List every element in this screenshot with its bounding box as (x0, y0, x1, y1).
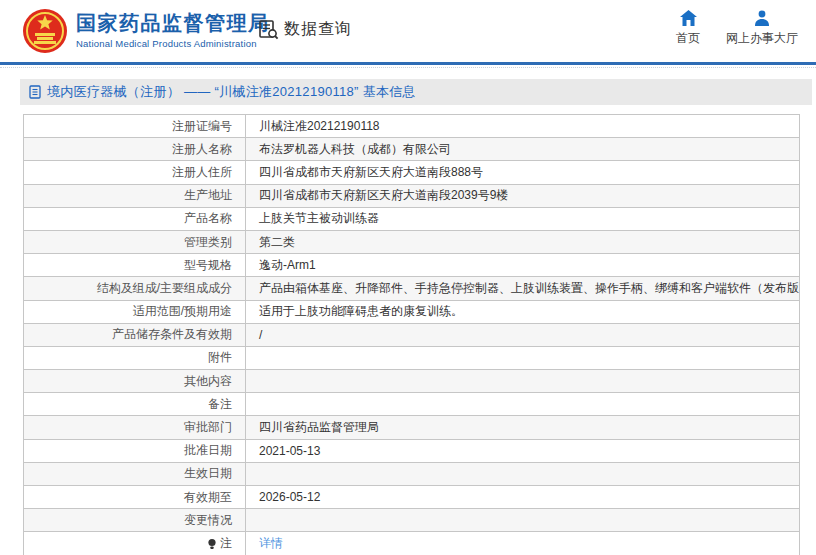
table-row: 注册证编号 川械注准20212190118 (24, 115, 799, 138)
row-value: 逸动-Arm1 (246, 254, 799, 276)
row-label: 有效期至 (24, 486, 246, 508)
row-value (246, 509, 799, 531)
nav-home[interactable]: 首页 (676, 10, 700, 47)
table-row: 变更情况 (24, 509, 799, 532)
data-query-nav[interactable]: 数据查询 (258, 19, 352, 40)
row-label-text: 注册证编号 (172, 118, 232, 135)
row-label: 注册人名称 (24, 138, 246, 160)
row-value (246, 463, 799, 485)
row-label: 其他内容 (24, 370, 246, 392)
table-row: 注册人名称 布法罗机器人科技（成都）有限公司 (24, 138, 799, 161)
row-value: 产品由箱体基座、升降部件、手持急停控制器、上肢训练装置、操作手柄、绑缚和客户端软… (246, 277, 799, 299)
table-row: 管理类别 第二类 (24, 231, 799, 254)
row-label-text: 注册人住所 (172, 164, 232, 181)
row-value: 四川省成都市天府新区天府大道南段2039号9楼 (246, 185, 799, 207)
row-label: 生效日期 (24, 463, 246, 485)
table-row: 注册人住所 四川省成都市天府新区天府大道南段888号 (24, 161, 799, 184)
row-label-text: 适用范围/预期用途 (133, 303, 232, 320)
home-icon (680, 10, 697, 26)
row-value: 川械注准20212190118 (246, 115, 799, 137)
details-link[interactable]: 详情 (259, 535, 283, 552)
row-value: 2021-05-13 (246, 440, 799, 462)
table-row: 产品储存条件及有效期 / (24, 324, 799, 347)
title-bar: 境内医疗器械（注册） —— “川械注准20212190118” 基本信息 (20, 79, 812, 105)
person-icon (754, 10, 770, 26)
row-label-text: 有效期至 (184, 489, 232, 506)
org-name: 国家药品监督管理局 (76, 10, 270, 36)
row-label: 变更情况 (24, 509, 246, 531)
row-label: 批准日期 (24, 440, 246, 462)
header-divider (0, 62, 816, 65)
row-label: 型号规格 (24, 254, 246, 276)
note-bulb-icon (207, 538, 217, 550)
row-label-text: 变更情况 (184, 512, 232, 529)
nav-service-hall-label: 网上办事大厅 (726, 30, 798, 47)
table-row: 生产地址 四川省成都市天府新区天府大道南段2039号9楼 (24, 185, 799, 208)
row-label-text: 生效日期 (184, 465, 232, 482)
table-row: 备注 (24, 393, 799, 416)
row-label: 注册人住所 (24, 161, 246, 183)
row-value: 上肢关节主被动训练器 (246, 208, 799, 230)
nav-service-hall[interactable]: 网上办事大厅 (726, 10, 798, 47)
row-label: 审批部门 (24, 416, 246, 438)
brand-block: 国家药品监督管理局 National Medical Products Admi… (76, 10, 270, 49)
row-label: 备注 (24, 393, 246, 415)
table-row: 产品名称 上肢关节主被动训练器 (24, 208, 799, 231)
row-label-text: 注册人名称 (172, 141, 232, 158)
row-value: 四川省成都市天府新区天府大道南段888号 (246, 161, 799, 183)
row-value (246, 393, 799, 415)
row-label: 管理类别 (24, 231, 246, 253)
row-value: 布法罗机器人科技（成都）有限公司 (246, 138, 799, 160)
data-query-label: 数据查询 (284, 19, 352, 40)
row-label-text: 生产地址 (184, 187, 232, 204)
table-row: 适用范围/预期用途 适用于上肢功能障碍患者的康复训练。 (24, 301, 799, 324)
row-value: 2026-05-12 (246, 486, 799, 508)
row-label-text: 产品名称 (184, 210, 232, 227)
row-label: 生产地址 (24, 185, 246, 207)
row-label-text: 审批部门 (184, 419, 232, 436)
row-label-text: 批准日期 (184, 442, 232, 459)
row-label: 注 (24, 532, 246, 555)
row-value (246, 347, 799, 369)
page-title: 境内医疗器械（注册） —— “川械注准20212190118” 基本信息 (47, 83, 416, 101)
info-table: 注册证编号 川械注准20212190118 注册人名称 布法罗机器人科技（成都）… (23, 114, 800, 555)
table-row: 注 详情 (24, 532, 799, 555)
row-label: 注册证编号 (24, 115, 246, 137)
row-label-text: 产品储存条件及有效期 (112, 326, 232, 343)
row-value: 适用于上肢功能障碍患者的康复训练。 (246, 301, 799, 323)
table-row: 生效日期 (24, 463, 799, 486)
row-label: 产品名称 (24, 208, 246, 230)
row-value: 详情 (246, 532, 799, 555)
row-value: 四川省药品监督管理局 (246, 416, 799, 438)
document-icon (29, 85, 42, 99)
row-label: 附件 (24, 347, 246, 369)
national-emblem-logo (22, 8, 68, 54)
row-label: 产品储存条件及有效期 (24, 324, 246, 346)
row-value (246, 370, 799, 392)
table-row: 结构及组成/主要组成成分 产品由箱体基座、升降部件、手持急停控制器、上肢训练装置… (24, 277, 799, 300)
table-row: 审批部门 四川省药品监督管理局 (24, 416, 799, 439)
row-label: 结构及组成/主要组成成分 (24, 277, 246, 299)
data-query-icon (258, 19, 279, 40)
header: 国家药品监督管理局 National Medical Products Admi… (0, 0, 816, 62)
top-nav: 首页 网上办事大厅 (676, 10, 798, 47)
table-row: 型号规格 逸动-Arm1 (24, 254, 799, 277)
row-label-text: 管理类别 (184, 234, 232, 251)
row-label-text: 结构及组成/主要组成成分 (97, 280, 232, 297)
org-name-en: National Medical Products Administration (76, 38, 270, 49)
row-value: / (246, 324, 799, 346)
row-value: 第二类 (246, 231, 799, 253)
table-row: 有效期至 2026-05-12 (24, 486, 799, 509)
table-row: 附件 (24, 347, 799, 370)
table-row: 其他内容 (24, 370, 799, 393)
row-label-text: 备注 (208, 396, 232, 413)
nav-home-label: 首页 (676, 30, 700, 47)
row-label-text: 其他内容 (184, 373, 232, 390)
row-label: 适用范围/预期用途 (24, 301, 246, 323)
row-label-text: 型号规格 (184, 257, 232, 274)
row-label-text: 附件 (208, 349, 232, 366)
row-label-text: 注 (220, 535, 232, 552)
table-row: 批准日期 2021-05-13 (24, 440, 799, 463)
header-divider-dotted (0, 67, 816, 68)
